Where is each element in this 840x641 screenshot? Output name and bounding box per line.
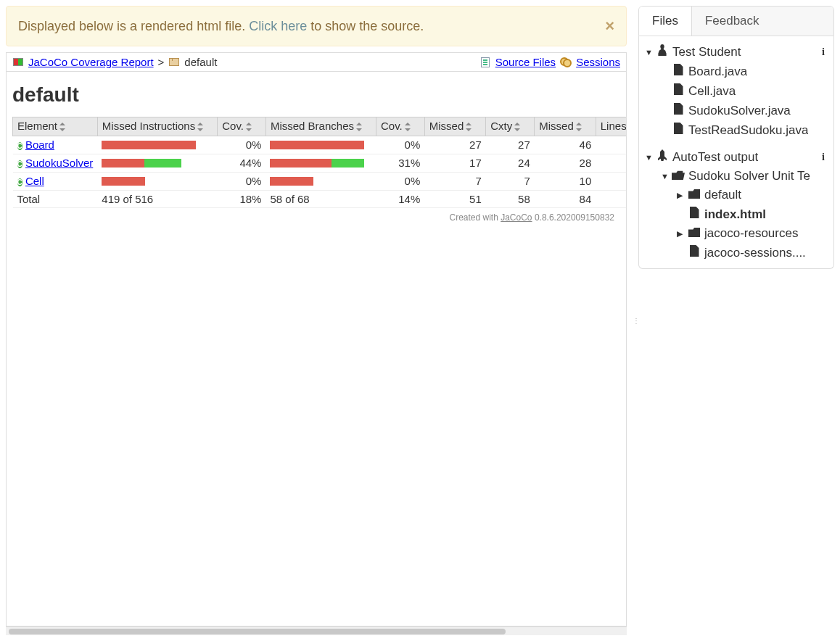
info-icon[interactable]: i (822, 152, 828, 163)
tab-files[interactable]: Files (639, 7, 692, 36)
class-link[interactable]: Cell (25, 175, 44, 187)
breadcrumb-current: default (184, 56, 217, 68)
notice-text: Displayed below is a rendered html file. (18, 19, 249, 33)
file-tree: Test Student i Board.javaCell.javaSudoku… (638, 36, 834, 269)
table-row: C Board 0% 0% 27 27 46 46 10 (13, 136, 627, 154)
user-icon (656, 44, 668, 59)
show-source-link[interactable]: Click here (249, 19, 307, 33)
file-icon (672, 123, 684, 138)
caret-down-icon[interactable] (661, 172, 668, 181)
total-row: Total 419 of 516 18% 58 of 68 14% 51 58 … (13, 190, 627, 207)
total-cov1: 18% (218, 190, 266, 207)
class-icon: C (17, 178, 22, 186)
source-icon (479, 57, 491, 68)
tree-default-folder[interactable]: default (642, 186, 831, 204)
total-cov2: 14% (376, 190, 425, 207)
breadcrumb: JaCoCo Coverage Report > default Source … (7, 53, 626, 72)
notice-suffix: to show the source. (307, 19, 424, 33)
file-icon (688, 207, 700, 222)
close-icon[interactable]: × (605, 17, 614, 36)
sessions-link[interactable]: Sessions (576, 56, 620, 68)
col-missed2[interactable]: Missed (535, 117, 596, 136)
horizontal-scrollbar[interactable] (6, 626, 627, 635)
caret-down-icon[interactable] (645, 153, 652, 162)
col-missed-branch[interactable]: Missed Branches (265, 117, 376, 136)
class-icon: C (17, 160, 22, 168)
source-files-link[interactable]: Source Files (495, 56, 556, 68)
file-icon (672, 103, 684, 118)
package-icon (168, 57, 180, 68)
tree-file[interactable]: Cell.java (642, 81, 831, 101)
sidebar-tabs: Files Feedback (638, 6, 834, 36)
tree-jacoco-sessions[interactable]: jacoco-sessions.... (642, 243, 831, 262)
tree-index-file[interactable]: index.html (642, 204, 831, 224)
col-missed1[interactable]: Missed (424, 117, 486, 136)
sessions-icon (560, 57, 572, 68)
col-cov2[interactable]: Cov. (376, 117, 425, 136)
tree-file[interactable]: Board.java (642, 62, 831, 81)
breadcrumb-sep: > (158, 56, 165, 68)
breadcrumb-root-link[interactable]: JaCoCo Coverage Report (28, 56, 154, 68)
tree-file[interactable]: SudokuSolver.java (642, 101, 831, 120)
total-branch: 58 of 68 (265, 190, 376, 207)
tree-file[interactable]: TestReadSudoku.java (642, 120, 831, 140)
col-element[interactable]: Element (13, 117, 98, 136)
resize-handle[interactable]: ⋮ (633, 0, 638, 641)
total-label: Total (13, 190, 98, 207)
total-instr: 419 of 516 (97, 190, 217, 207)
branch-bar (270, 177, 313, 186)
jacoco-link[interactable]: JaCoCo (501, 212, 532, 223)
caret-right-icon[interactable] (677, 191, 684, 200)
class-link[interactable]: SudokuSolver (25, 157, 93, 169)
tree-sudoku-folder[interactable]: Sudoku Solver Unit Te (642, 167, 831, 186)
col-cov1[interactable]: Cov. (218, 117, 266, 136)
col-cxty[interactable]: Cxty (486, 117, 535, 136)
folder-icon (688, 188, 700, 202)
caret-right-icon[interactable] (677, 229, 684, 239)
class-link[interactable]: Board (25, 138, 54, 151)
col-missed-instr[interactable]: Missed Instructions (97, 117, 217, 136)
rocket-icon (656, 149, 668, 165)
instr-bar (102, 159, 181, 168)
file-icon (672, 64, 684, 79)
folder-icon (688, 226, 700, 241)
footer: Created with JaCoCo 0.8.6.202009150832 (12, 208, 620, 227)
branch-bar (270, 159, 364, 168)
file-icon (672, 83, 684, 99)
notice-banner: Displayed below is a rendered html file.… (6, 6, 627, 46)
tab-feedback[interactable]: Feedback (692, 7, 833, 36)
page-title: default (12, 83, 620, 107)
coverage-table: Element Missed Instructions Cov. Missed … (12, 117, 627, 208)
tree-student[interactable]: Test Student i (642, 42, 831, 62)
report-frame: JaCoCo Coverage Report > default Source … (6, 52, 627, 626)
table-row: C Cell 0% 0% 7 7 10 10 6 (13, 172, 627, 190)
branch-bar (270, 141, 364, 149)
table-row: C SudokuSolver 44% 31% 17 24 28 51 5 (13, 154, 627, 172)
info-icon[interactable]: i (822, 46, 828, 58)
instr-bar (102, 177, 145, 186)
sort-icon (59, 121, 66, 133)
tree-jacoco-resources[interactable]: jacoco-resources (642, 224, 831, 243)
folder-open-icon (672, 169, 684, 183)
col-lines[interactable]: Lines (596, 117, 627, 136)
instr-bar (102, 141, 196, 149)
caret-down-icon[interactable] (645, 48, 652, 57)
report-icon (12, 57, 24, 68)
file-icon (688, 245, 700, 260)
class-icon: C (17, 142, 22, 150)
tree-autotest[interactable]: AutoTest output i (642, 147, 831, 167)
